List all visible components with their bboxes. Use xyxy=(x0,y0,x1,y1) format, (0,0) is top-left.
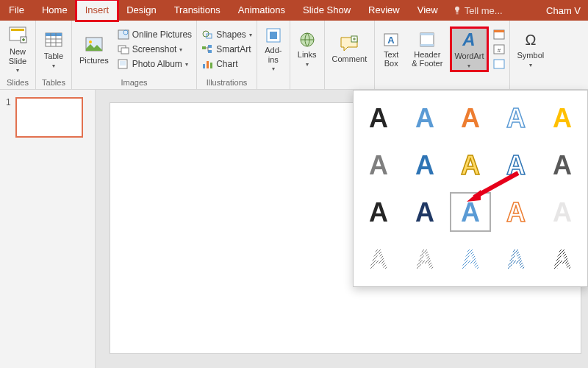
wordart-style-0[interactable]: A xyxy=(358,98,399,138)
online-pictures-icon xyxy=(118,29,129,40)
screenshot-button[interactable]: Screenshot ▾ xyxy=(118,43,192,55)
svg-text:A: A xyxy=(388,35,395,46)
links-label: Links xyxy=(298,50,317,59)
new-slide-label: New Slide xyxy=(9,47,26,65)
shapes-label: Shapes xyxy=(216,29,246,40)
object-icon[interactable] xyxy=(493,59,505,69)
chart-label: Chart xyxy=(216,59,237,69)
svg-rect-1 xyxy=(11,29,24,31)
group-label-comments xyxy=(329,77,370,89)
svg-rect-16 xyxy=(208,45,212,48)
pictures-icon xyxy=(84,34,104,54)
smartart-button[interactable]: SmartArt xyxy=(201,43,252,55)
tab-slideshow[interactable]: Slide Show xyxy=(294,0,359,21)
group-label-slides: Slides xyxy=(4,77,31,89)
ribbon-insert: New Slide ▾ Slides Table ▾ Tables Pictur… xyxy=(0,21,588,90)
svg-text:A: A xyxy=(553,197,572,227)
online-pictures-button[interactable]: Online Pictures xyxy=(118,29,192,40)
slide-thumbnails-panel: 1 xyxy=(0,90,96,368)
screenshot-label: Screenshot xyxy=(132,44,177,54)
group-images: Pictures Online Pictures Screenshot ▾ Ph… xyxy=(72,21,197,89)
chart-icon xyxy=(201,58,213,70)
chevron-down-icon: ▾ xyxy=(467,63,470,69)
comment-button[interactable]: Comment xyxy=(329,34,370,65)
svg-text:A: A xyxy=(506,244,526,275)
wordart-style-9[interactable]: A xyxy=(542,145,583,185)
slide-number-icon[interactable]: # xyxy=(493,44,505,54)
lightbulb-icon xyxy=(453,6,462,15)
chevron-down-icon: ▾ xyxy=(249,32,252,38)
wordart-style-11[interactable]: A xyxy=(404,192,445,232)
symbol-icon: Ω xyxy=(521,30,540,49)
text-box-button[interactable]: A Text Box xyxy=(379,29,403,69)
group-label-tables: Tables xyxy=(40,77,67,89)
tab-animations[interactable]: Animations xyxy=(229,0,294,21)
svg-text:#: # xyxy=(497,47,501,54)
wordart-style-6[interactable]: A xyxy=(404,145,445,185)
header-footer-icon xyxy=(418,31,436,49)
wordart-icon: A xyxy=(459,29,479,50)
wordart-style-5[interactable]: A xyxy=(358,145,399,185)
wordart-style-15[interactable]: A xyxy=(358,239,399,279)
pictures-label: Pictures xyxy=(79,56,109,65)
text-box-icon: A xyxy=(382,31,400,49)
svg-text:A: A xyxy=(369,150,388,180)
tab-view[interactable]: View xyxy=(409,0,447,21)
wordart-button[interactable]: A WordArt ▾ xyxy=(451,28,487,70)
wordart-style-14[interactable]: A xyxy=(542,192,583,232)
svg-text:Ω: Ω xyxy=(525,32,536,48)
online-pictures-label: Online Pictures xyxy=(132,29,192,40)
header-footer-button[interactable]: Header & Footer xyxy=(409,29,445,69)
svg-text:A: A xyxy=(506,103,526,133)
tab-home[interactable]: Home xyxy=(33,0,76,21)
photo-album-button[interactable]: Photo Album ▾ xyxy=(118,58,192,70)
smartart-label: SmartArt xyxy=(216,44,251,54)
svg-text:A: A xyxy=(461,244,480,275)
chevron-down-icon: ▾ xyxy=(306,61,309,68)
table-icon xyxy=(43,29,64,50)
chart-button[interactable]: Chart xyxy=(201,58,252,70)
annotation-arrow xyxy=(463,169,522,206)
wordart-style-10[interactable]: A xyxy=(358,192,399,232)
tab-insert[interactable]: Insert xyxy=(76,0,118,21)
group-label-addins xyxy=(262,77,285,89)
svg-text:A: A xyxy=(415,244,434,275)
group-tables: Table ▾ Tables xyxy=(36,21,72,89)
group-label-symbols xyxy=(514,77,548,89)
wordart-style-4[interactable]: A xyxy=(542,98,583,138)
addins-button[interactable]: Add- ins ▾ xyxy=(262,25,285,73)
tab-transitions[interactable]: Transitions xyxy=(165,0,229,21)
wordart-label: WordArt xyxy=(454,52,484,60)
comment-icon xyxy=(339,35,359,53)
wordart-style-3[interactable]: A xyxy=(495,98,537,138)
tab-review[interactable]: Review xyxy=(359,0,409,21)
comment-label: Comment xyxy=(332,54,368,63)
svg-rect-10 xyxy=(121,48,129,54)
tell-me-search[interactable]: Tell me... xyxy=(453,5,503,16)
slide-thumbnail xyxy=(15,97,83,138)
table-label: Table xyxy=(44,52,63,60)
symbol-button[interactable]: Ω Symbol ▾ xyxy=(514,29,548,69)
wordart-style-17[interactable]: A xyxy=(450,239,491,279)
shapes-button[interactable]: Shapes ▾ xyxy=(201,29,252,40)
photo-album-icon xyxy=(118,58,129,70)
svg-rect-35 xyxy=(494,60,504,68)
header-footer-label: Header & Footer xyxy=(412,50,442,68)
links-button[interactable]: Links ▾ xyxy=(295,29,320,68)
pictures-button[interactable]: Pictures xyxy=(76,32,112,66)
date-time-icon[interactable] xyxy=(493,29,505,40)
wordart-style-19[interactable]: A xyxy=(542,239,583,279)
tab-design[interactable]: Design xyxy=(118,0,165,21)
tab-file[interactable]: File xyxy=(0,0,33,21)
wordart-style-2[interactable]: A xyxy=(450,98,491,138)
slide-thumbnail-1[interactable]: 1 xyxy=(6,97,89,138)
screenshot-icon xyxy=(118,43,129,55)
account-name[interactable]: Cham V xyxy=(539,5,588,16)
shapes-icon xyxy=(201,29,213,40)
wordart-style-16[interactable]: A xyxy=(404,239,445,279)
table-button[interactable]: Table ▾ xyxy=(40,28,67,70)
svg-text:A: A xyxy=(369,197,388,227)
wordart-style-1[interactable]: A xyxy=(404,98,445,138)
wordart-style-18[interactable]: A xyxy=(495,239,537,279)
new-slide-button[interactable]: New Slide ▾ xyxy=(4,24,31,74)
